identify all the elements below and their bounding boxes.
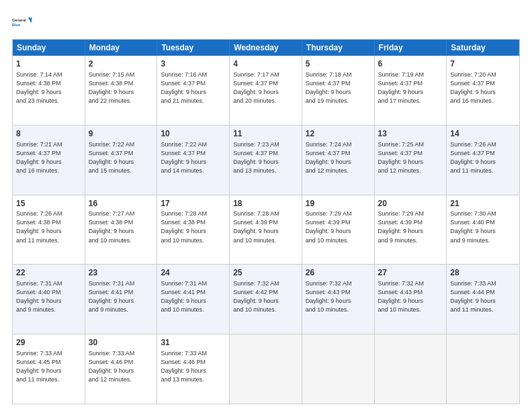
calendar-cell: 31Sunrise: 7:33 AM Sunset: 4:46 PM Dayli… <box>157 334 230 404</box>
calendar-cell: 6Sunrise: 7:19 AM Sunset: 4:37 PM Daylig… <box>375 56 447 125</box>
cell-info: Sunrise: 7:22 AM Sunset: 4:37 PM Dayligh… <box>89 140 154 175</box>
day-number: 12 <box>306 128 371 140</box>
day-number: 27 <box>378 267 443 279</box>
calendar-cell: 16Sunrise: 7:27 AM Sunset: 4:38 PM Dayli… <box>85 195 158 265</box>
calendar-cell: 28Sunrise: 7:33 AM Sunset: 4:44 PM Dayli… <box>447 265 519 334</box>
calendar-cell: 2Sunrise: 7:15 AM Sunset: 4:38 PM Daylig… <box>85 56 158 125</box>
weekday-header: Friday <box>375 40 447 56</box>
day-number: 18 <box>233 198 298 210</box>
day-number: 15 <box>16 198 81 210</box>
cell-info: Sunrise: 7:33 AM Sunset: 4:45 PM Dayligh… <box>16 349 81 384</box>
day-number: 7 <box>450 58 516 70</box>
weekday-header: Wednesday <box>230 40 302 56</box>
weekday-header: Monday <box>85 40 158 56</box>
calendar-cell: 3Sunrise: 7:16 AM Sunset: 4:37 PM Daylig… <box>157 56 230 125</box>
cell-info: Sunrise: 7:15 AM Sunset: 4:38 PM Dayligh… <box>89 71 154 105</box>
cell-info: Sunrise: 7:31 AM Sunset: 4:41 PM Dayligh… <box>89 279 154 314</box>
svg-text:General: General <box>12 18 26 22</box>
cell-info: Sunrise: 7:33 AM Sunset: 4:46 PM Dayligh… <box>161 349 226 384</box>
weekday-header: Thursday <box>302 40 375 56</box>
day-number: 22 <box>16 267 81 279</box>
cell-info: Sunrise: 7:32 AM Sunset: 4:42 PM Dayligh… <box>233 279 298 314</box>
day-number: 13 <box>378 128 443 140</box>
cell-info: Sunrise: 7:31 AM Sunset: 4:40 PM Dayligh… <box>16 279 81 314</box>
cell-info: Sunrise: 7:30 AM Sunset: 4:40 PM Dayligh… <box>450 210 516 244</box>
day-number: 20 <box>378 198 443 210</box>
calendar-cell: 7Sunrise: 7:20 AM Sunset: 4:37 PM Daylig… <box>447 56 519 125</box>
day-number: 14 <box>450 128 516 140</box>
calendar-row: 22Sunrise: 7:31 AM Sunset: 4:40 PM Dayli… <box>13 265 519 334</box>
calendar-row: 1Sunrise: 7:14 AM Sunset: 4:38 PM Daylig… <box>13 56 519 126</box>
day-number: 3 <box>161 58 226 70</box>
day-number: 16 <box>89 198 154 210</box>
cell-info: Sunrise: 7:27 AM Sunset: 4:38 PM Dayligh… <box>89 210 154 244</box>
calendar-row: 15Sunrise: 7:26 AM Sunset: 4:38 PM Dayli… <box>13 195 519 265</box>
day-number: 1 <box>16 58 81 70</box>
cell-info: Sunrise: 7:33 AM Sunset: 4:46 PM Dayligh… <box>89 349 154 384</box>
day-number: 19 <box>306 198 371 210</box>
cell-info: Sunrise: 7:23 AM Sunset: 4:37 PM Dayligh… <box>233 140 298 175</box>
day-number: 10 <box>161 128 226 140</box>
weekday-header: Tuesday <box>157 40 230 56</box>
calendar-cell: 20Sunrise: 7:29 AM Sunset: 4:39 PM Dayli… <box>375 195 447 265</box>
calendar-body: 1Sunrise: 7:14 AM Sunset: 4:38 PM Daylig… <box>13 56 519 404</box>
cell-info: Sunrise: 7:14 AM Sunset: 4:38 PM Dayligh… <box>16 71 81 105</box>
calendar-cell: 18Sunrise: 7:28 AM Sunset: 4:39 PM Dayli… <box>230 195 302 265</box>
day-number: 5 <box>306 58 371 70</box>
calendar-cell: 17Sunrise: 7:28 AM Sunset: 4:38 PM Dayli… <box>157 195 230 265</box>
day-number: 23 <box>89 267 154 279</box>
calendar-cell: 27Sunrise: 7:32 AM Sunset: 4:43 PM Dayli… <box>375 265 447 334</box>
cell-info: Sunrise: 7:26 AM Sunset: 4:37 PM Dayligh… <box>450 140 516 175</box>
day-number: 2 <box>89 58 154 70</box>
logo-icon: GeneralBlue <box>12 12 34 34</box>
cell-info: Sunrise: 7:32 AM Sunset: 4:43 PM Dayligh… <box>306 279 371 314</box>
calendar-cell <box>447 334 519 404</box>
cell-info: Sunrise: 7:26 AM Sunset: 4:38 PM Dayligh… <box>16 210 81 244</box>
calendar-cell: 1Sunrise: 7:14 AM Sunset: 4:38 PM Daylig… <box>13 56 85 125</box>
day-number: 8 <box>16 128 81 140</box>
calendar-cell <box>375 334 447 404</box>
calendar-cell: 19Sunrise: 7:29 AM Sunset: 4:39 PM Dayli… <box>302 195 375 265</box>
cell-info: Sunrise: 7:25 AM Sunset: 4:37 PM Dayligh… <box>378 140 443 175</box>
calendar-header: SundayMondayTuesdayWednesdayThursdayFrid… <box>13 40 519 56</box>
weekday-header: Saturday <box>447 40 519 56</box>
cell-info: Sunrise: 7:28 AM Sunset: 4:39 PM Dayligh… <box>233 210 298 244</box>
cell-info: Sunrise: 7:22 AM Sunset: 4:37 PM Dayligh… <box>161 140 226 175</box>
calendar-cell: 26Sunrise: 7:32 AM Sunset: 4:43 PM Dayli… <box>302 265 375 334</box>
weekday-header: Sunday <box>13 40 85 56</box>
cell-info: Sunrise: 7:21 AM Sunset: 4:37 PM Dayligh… <box>16 140 81 175</box>
calendar-cell: 21Sunrise: 7:30 AM Sunset: 4:40 PM Dayli… <box>447 195 519 265</box>
svg-text:Blue: Blue <box>12 23 20 27</box>
calendar-cell: 12Sunrise: 7:24 AM Sunset: 4:37 PM Dayli… <box>302 126 375 195</box>
cell-info: Sunrise: 7:31 AM Sunset: 4:41 PM Dayligh… <box>161 279 226 314</box>
day-number: 31 <box>161 337 226 349</box>
calendar: SundayMondayTuesdayWednesdayThursdayFrid… <box>12 39 520 404</box>
calendar-cell: 4Sunrise: 7:17 AM Sunset: 4:37 PM Daylig… <box>230 56 302 125</box>
calendar-cell: 23Sunrise: 7:31 AM Sunset: 4:41 PM Dayli… <box>85 265 158 334</box>
calendar-cell: 14Sunrise: 7:26 AM Sunset: 4:37 PM Dayli… <box>447 126 519 195</box>
day-number: 30 <box>89 337 154 349</box>
cell-info: Sunrise: 7:19 AM Sunset: 4:37 PM Dayligh… <box>378 71 443 105</box>
cell-info: Sunrise: 7:24 AM Sunset: 4:37 PM Dayligh… <box>306 140 371 175</box>
calendar-cell: 24Sunrise: 7:31 AM Sunset: 4:41 PM Dayli… <box>157 265 230 334</box>
calendar-cell: 8Sunrise: 7:21 AM Sunset: 4:37 PM Daylig… <box>13 126 85 195</box>
logo: GeneralBlue <box>12 12 34 34</box>
cell-info: Sunrise: 7:32 AM Sunset: 4:43 PM Dayligh… <box>378 279 443 314</box>
calendar-cell <box>230 334 302 404</box>
calendar-cell: 11Sunrise: 7:23 AM Sunset: 4:37 PM Dayli… <box>230 126 302 195</box>
cell-info: Sunrise: 7:29 AM Sunset: 4:39 PM Dayligh… <box>306 210 371 244</box>
calendar-cell: 25Sunrise: 7:32 AM Sunset: 4:42 PM Dayli… <box>230 265 302 334</box>
calendar-cell <box>302 334 375 404</box>
calendar-cell: 29Sunrise: 7:33 AM Sunset: 4:45 PM Dayli… <box>13 334 85 404</box>
day-number: 29 <box>16 337 81 349</box>
cell-info: Sunrise: 7:17 AM Sunset: 4:37 PM Dayligh… <box>233 71 298 105</box>
calendar-cell: 5Sunrise: 7:18 AM Sunset: 4:37 PM Daylig… <box>302 56 375 125</box>
cell-info: Sunrise: 7:28 AM Sunset: 4:38 PM Dayligh… <box>161 210 226 244</box>
header: GeneralBlue <box>12 12 520 34</box>
calendar-cell: 30Sunrise: 7:33 AM Sunset: 4:46 PM Dayli… <box>85 334 158 404</box>
day-number: 17 <box>161 198 226 210</box>
calendar-row: 8Sunrise: 7:21 AM Sunset: 4:37 PM Daylig… <box>13 126 519 195</box>
calendar-cell: 10Sunrise: 7:22 AM Sunset: 4:37 PM Dayli… <box>157 126 230 195</box>
day-number: 28 <box>450 267 516 279</box>
day-number: 11 <box>233 128 298 140</box>
